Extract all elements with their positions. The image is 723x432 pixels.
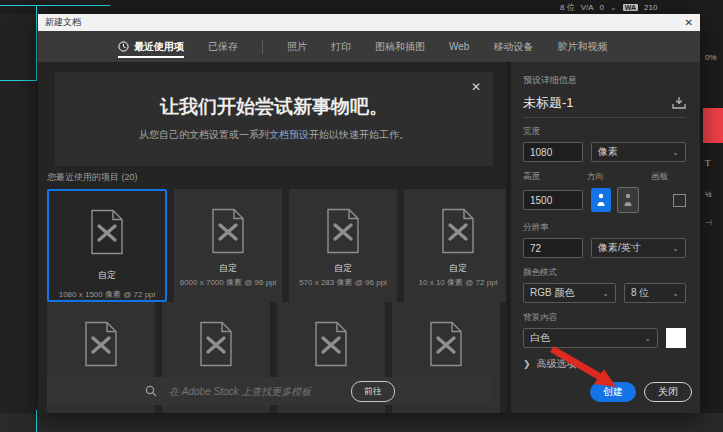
- template-dimensions: 570 x 283 像素 @ 96 ppi: [299, 277, 387, 288]
- tab-label: 照片: [287, 40, 307, 54]
- width-unit-select[interactable]: 像素 ⌄: [591, 142, 686, 162]
- background-contents-label: 背景内容: [523, 312, 686, 324]
- tab-label: 图稿和插图: [375, 40, 425, 54]
- template-card[interactable]: 自定 1080 x 1500 像素 @ 72 ppi: [47, 189, 167, 302]
- height-input[interactable]: 1500: [523, 190, 583, 210]
- banner-subtitle: 从您自己的文档设置或一系列文档预设开始以快速开始工作。: [55, 128, 493, 142]
- tab-print[interactable]: 打印: [331, 31, 351, 62]
- dialog-tabbar: 最近使用项 已保存 照片 打印 图稿和插图 Web 移动设备 胶片和视频: [38, 31, 700, 62]
- document-icon: [88, 209, 126, 255]
- tab-web[interactable]: Web: [449, 31, 469, 62]
- stock-search-input[interactable]: [167, 385, 341, 398]
- color-mode-select[interactable]: RGB 颜色 ⌄: [523, 283, 616, 303]
- template-title: 自定: [219, 262, 237, 275]
- orientation-portrait-button[interactable]: [591, 188, 611, 212]
- orientation-landscape-button[interactable]: [617, 187, 639, 213]
- bit-depth-select[interactable]: 8 位 ⌄: [624, 283, 686, 303]
- stock-search-bar: 前往: [47, 377, 493, 405]
- tab-divider: [262, 40, 263, 54]
- go-button[interactable]: 前往: [351, 381, 395, 402]
- template-title: 自定: [334, 262, 352, 275]
- resolution-input[interactable]: 72: [523, 238, 583, 258]
- landscape-person-icon: [623, 193, 633, 207]
- new-document-dialog: 新建文档 ✕ 最近使用项 已保存 照片 打印 图稿和插图 Web 移动设备 胶片…: [38, 14, 700, 413]
- chevron-down-icon: ⌄: [672, 289, 679, 298]
- tab-film-video[interactable]: 胶片和视频: [557, 31, 607, 62]
- color-swatch-red: [703, 108, 723, 143]
- close-button[interactable]: 关闭: [644, 382, 692, 402]
- document-icon: [197, 321, 235, 367]
- template-card[interactable]: 自定 10 x 10 像素 @ 72 ppi: [404, 189, 506, 302]
- background-contents-select[interactable]: 白色 ⌄: [523, 328, 658, 348]
- chevron-down-icon: ⌄: [602, 289, 609, 298]
- recent-templates-row-1: 自定 1080 x 1500 像素 @ 72 ppi 自定 6000 x 700…: [47, 189, 506, 302]
- tab-label: 胶片和视频: [557, 40, 607, 54]
- template-title: 自定: [449, 262, 467, 275]
- bit-depth-indicator: 8 位: [560, 2, 575, 13]
- tab-mobile[interactable]: 移动设备: [493, 31, 533, 62]
- template-card[interactable]: 自定 570 x 283 像素 @ 96 ppi: [289, 189, 397, 302]
- resolution-unit-select[interactable]: 像素/英寸 ⌄: [591, 238, 686, 258]
- width-input[interactable]: 1080: [523, 142, 583, 162]
- document-name-field[interactable]: 未标题-1: [523, 94, 574, 112]
- artboard-checkbox[interactable]: [673, 194, 686, 207]
- dialog-title: 新建文档: [45, 16, 81, 29]
- tab-label: 打印: [331, 40, 351, 54]
- orientation-label: 方向: [587, 171, 651, 183]
- banner-heading: 让我们开始尝试新事物吧。: [55, 94, 493, 120]
- search-icon: [145, 385, 157, 397]
- indent-glyph: ⊣: [705, 218, 712, 227]
- document-icon: [439, 208, 477, 254]
- portrait-person-icon: [596, 193, 606, 207]
- guide-line-horizontal-top: [0, 5, 110, 6]
- template-dimensions: 10 x 10 像素 @ 72 ppi: [419, 277, 498, 288]
- preset-details-header: 预设详细信息: [523, 74, 686, 87]
- template-dimensions: 6000 x 7000 像素 @ 96 ppi: [180, 277, 277, 288]
- chevron-down-icon: ⌄: [644, 334, 651, 343]
- document-icon: [312, 321, 350, 367]
- tab-recent[interactable]: 最近使用项: [118, 31, 184, 62]
- scale-percent: 0%: [705, 53, 717, 62]
- template-dimensions: 1080 x 1500 像素 @ 72 ppi: [59, 289, 156, 300]
- template-card[interactable]: 自定 6000 x 7000 像素 @ 96 ppi: [174, 189, 282, 302]
- preset-details-panel: 预设详细信息 未标题-1 宽度 1080 像素 ⌄ 高度 方向: [506, 62, 700, 413]
- document-icon: [324, 208, 362, 254]
- dialog-close-icon[interactable]: ✕: [685, 17, 693, 28]
- tab-photo[interactable]: 照片: [287, 31, 307, 62]
- document-icon: [209, 208, 247, 254]
- clock-icon: [118, 41, 129, 52]
- fraction-glyph: ½: [705, 190, 712, 199]
- divider: [523, 117, 686, 118]
- guide-line-vertical-top: [36, 5, 37, 81]
- document-icon: [82, 321, 120, 367]
- width-label: 宽度: [523, 126, 686, 138]
- tab-label: 移动设备: [493, 40, 533, 54]
- tracking-value: 210: [644, 3, 657, 12]
- create-button[interactable]: 创建: [590, 382, 636, 402]
- resolution-label: 分辨率: [523, 222, 686, 234]
- chevron-down-icon: ⌄: [672, 148, 679, 157]
- height-label: 高度: [523, 171, 587, 183]
- app-character-panel-strip: 8 位 V/A 0 ⌄ WA 210: [0, 0, 723, 14]
- kerning-label: V/A: [581, 3, 594, 12]
- dialog-titlebar: 新建文档 ✕: [38, 14, 700, 31]
- recent-items-label: 您最近使用的项目 (20): [47, 171, 138, 184]
- type-tool-glyph: T: [705, 158, 711, 168]
- artboard-label: 画板: [651, 171, 668, 183]
- tab-art-illustration[interactable]: 图稿和插图: [375, 31, 425, 62]
- welcome-banner: ✕ 让我们开始尝试新事物吧。 从您自己的文档设置或一系列文档预设开始以快速开始工…: [55, 72, 493, 166]
- chevron-right-icon: ❯: [523, 359, 531, 369]
- document-icon: [427, 321, 465, 367]
- save-preset-icon[interactable]: [672, 97, 686, 109]
- advanced-options-toggle[interactable]: ❯ 高级选项: [523, 357, 686, 371]
- tab-saved[interactable]: 已保存: [208, 31, 238, 62]
- tab-label: 最近使用项: [134, 40, 184, 54]
- background-color-swatch[interactable]: [666, 328, 686, 348]
- template-title: 自定: [98, 269, 116, 282]
- banner-close-icon[interactable]: ✕: [471, 80, 481, 94]
- tab-label: Web: [449, 41, 469, 52]
- tab-label: 已保存: [208, 40, 238, 54]
- app-panel-edge: 0% T ½ ⊣: [700, 0, 723, 432]
- document-presets-link[interactable]: 文档预设: [269, 129, 309, 140]
- templates-area: ✕ 让我们开始尝试新事物吧。 从您自己的文档设置或一系列文档预设开始以快速开始工…: [38, 62, 506, 413]
